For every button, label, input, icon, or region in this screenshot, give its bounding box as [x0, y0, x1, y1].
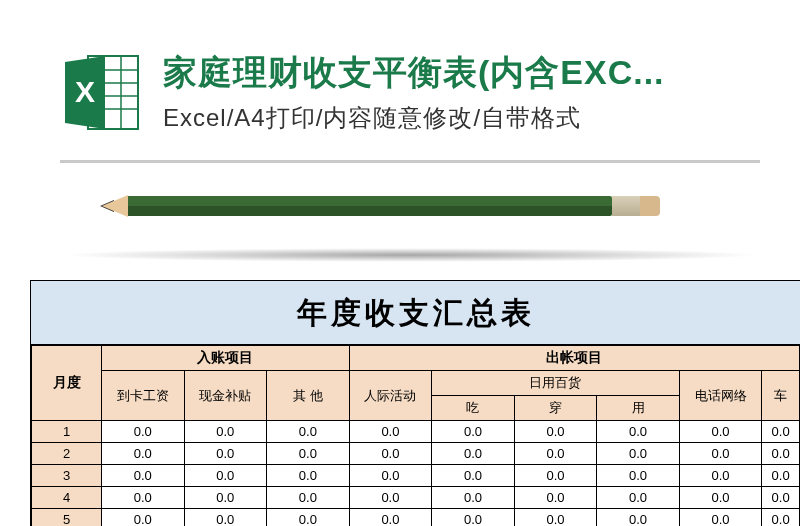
cell-value: 0.0	[432, 421, 515, 443]
cell-value: 0.0	[679, 509, 762, 527]
cell-month: 3	[32, 465, 102, 487]
table-row: 10.00.00.00.00.00.00.00.00.0	[32, 421, 800, 443]
cell-month: 5	[32, 509, 102, 527]
cell-value: 0.0	[679, 443, 762, 465]
cell-value: 0.0	[514, 465, 597, 487]
spreadsheet-preview: 年度收支汇总表 月度 入账项目 出帐项目 到卡工资 现金补贴 其 他 人际活动 …	[30, 280, 800, 526]
shadow	[60, 248, 760, 262]
cell-value: 0.0	[349, 443, 432, 465]
cell-value: 0.0	[597, 443, 680, 465]
cell-value: 0.0	[102, 509, 185, 527]
excel-icon: X	[60, 50, 145, 135]
col-eat: 吃	[432, 396, 515, 421]
col-group-income: 入账项目	[102, 346, 350, 371]
col-use: 用	[597, 396, 680, 421]
sheet-title: 年度收支汇总表	[31, 281, 800, 345]
cell-value: 0.0	[184, 509, 267, 527]
svg-text:X: X	[75, 75, 95, 108]
cell-value: 0.0	[349, 487, 432, 509]
cell-value: 0.0	[184, 443, 267, 465]
cell-value: 0.0	[679, 487, 762, 509]
cell-value: 0.0	[102, 443, 185, 465]
cell-value: 0.0	[432, 465, 515, 487]
col-car: 车	[762, 371, 800, 421]
cell-value: 0.0	[514, 509, 597, 527]
table-row: 50.00.00.00.00.00.00.00.00.0	[32, 509, 800, 527]
cell-value: 0.0	[514, 487, 597, 509]
cell-value: 0.0	[679, 465, 762, 487]
col-social: 人际活动	[349, 371, 432, 421]
col-cash: 现金补贴	[184, 371, 267, 421]
col-group-expense: 出帐项目	[349, 346, 799, 371]
cell-value: 0.0	[349, 465, 432, 487]
cell-value: 0.0	[267, 465, 350, 487]
col-salary: 到卡工资	[102, 371, 185, 421]
cell-value: 0.0	[267, 509, 350, 527]
cell-value: 0.0	[597, 421, 680, 443]
cell-value: 0.0	[432, 487, 515, 509]
cell-value: 0.0	[102, 487, 185, 509]
cell-value: 0.0	[102, 465, 185, 487]
page-subtitle: Excel/A4打印/内容随意修改/自带格式	[163, 102, 740, 134]
cell-value: 0.0	[267, 421, 350, 443]
cell-value: 0.0	[762, 509, 800, 527]
header: X 家庭理财收支平衡表(内含EXC... Excel/A4打印/内容随意修改/自…	[0, 0, 800, 135]
cell-value: 0.0	[432, 509, 515, 527]
divider	[60, 160, 760, 163]
cell-value: 0.0	[514, 443, 597, 465]
cell-value: 0.0	[267, 443, 350, 465]
table-row: 30.00.00.00.00.00.00.00.00.0	[32, 465, 800, 487]
cell-value: 0.0	[184, 465, 267, 487]
cell-value: 0.0	[597, 509, 680, 527]
title-block: 家庭理财收支平衡表(内含EXC... Excel/A4打印/内容随意修改/自带格…	[163, 50, 740, 134]
pencil-graphic	[100, 195, 660, 217]
col-other: 其 他	[267, 371, 350, 421]
cell-value: 0.0	[267, 487, 350, 509]
col-wear: 穿	[514, 396, 597, 421]
cell-value: 0.0	[349, 509, 432, 527]
cell-value: 0.0	[184, 421, 267, 443]
cell-value: 0.0	[679, 421, 762, 443]
cell-value: 0.0	[762, 443, 800, 465]
cell-value: 0.0	[762, 465, 800, 487]
cell-value: 0.0	[762, 421, 800, 443]
cell-month: 1	[32, 421, 102, 443]
summary-table: 月度 入账项目 出帐项目 到卡工资 现金补贴 其 他 人际活动 日用百货 电话网…	[31, 345, 800, 526]
cell-value: 0.0	[514, 421, 597, 443]
cell-value: 0.0	[432, 443, 515, 465]
table-row: 40.00.00.00.00.00.00.00.00.0	[32, 487, 800, 509]
cell-month: 4	[32, 487, 102, 509]
col-phone: 电话网络	[679, 371, 762, 421]
cell-value: 0.0	[597, 465, 680, 487]
table-row: 20.00.00.00.00.00.00.00.00.0	[32, 443, 800, 465]
cell-value: 0.0	[597, 487, 680, 509]
page-title: 家庭理财收支平衡表(内含EXC...	[163, 50, 740, 96]
cell-month: 2	[32, 443, 102, 465]
cell-value: 0.0	[184, 487, 267, 509]
cell-value: 0.0	[762, 487, 800, 509]
col-group-daily: 日用百货	[432, 371, 680, 396]
cell-value: 0.0	[349, 421, 432, 443]
col-month: 月度	[32, 346, 102, 421]
cell-value: 0.0	[102, 421, 185, 443]
